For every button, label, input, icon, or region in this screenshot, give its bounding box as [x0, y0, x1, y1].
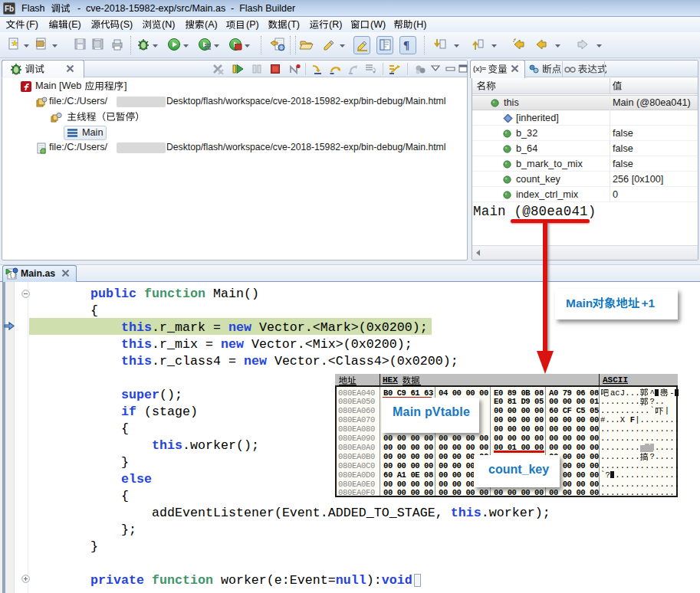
svg-text:¶: ¶	[403, 39, 409, 51]
svg-text:Fb: Fb	[5, 5, 14, 13]
